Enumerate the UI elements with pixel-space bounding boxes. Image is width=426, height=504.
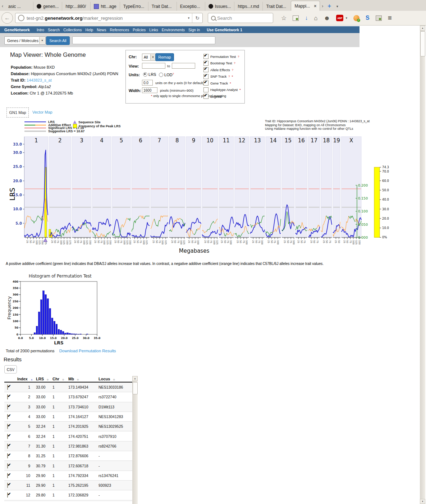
view-to-input[interactable] [172, 63, 195, 69]
column-header-mb[interactable]: Mb◆ [68, 377, 99, 381]
reload-icon[interactable]: ↻ [192, 15, 202, 21]
back-button[interactable]: ← [1, 12, 13, 24]
messenger-icon[interactable]: ☻ [324, 15, 330, 21]
page-scroll-down-icon[interactable]: ▼ [420, 499, 425, 504]
row-checkbox[interactable] [7, 424, 8, 429]
view-from-input[interactable] [142, 63, 165, 69]
main-search-input[interactable] [72, 36, 215, 44]
row-checkbox[interactable] [7, 473, 8, 478]
row-checkbox[interactable] [7, 483, 8, 488]
skype-icon[interactable]: S [366, 15, 370, 21]
download-icon[interactable]: ↓ [305, 15, 308, 21]
checkbox-checked-icon[interactable] [203, 94, 209, 99]
checkbox-checked-icon[interactable] [203, 74, 209, 79]
chr-select[interactable]: All ▼ [142, 54, 156, 61]
page-scroll-up-icon[interactable]: ▲ [420, 26, 425, 31]
checkbox-checked-icon[interactable] [203, 54, 209, 59]
sort-icon[interactable]: ◆ [77, 378, 79, 381]
lod-help[interactable]: ? [173, 72, 174, 75]
tab-scroll-left-button[interactable]: ‹ [0, 1, 5, 11]
category-caret-icon[interactable]: ▼ [39, 37, 45, 44]
row-checkbox[interactable] [7, 385, 8, 390]
checkbox-icon[interactable] [203, 87, 209, 92]
column-header-index[interactable]: Index▲ [17, 377, 36, 381]
active-tab[interactable]: Mappi...× [291, 1, 320, 11]
home-icon[interactable]: ⌂ [314, 15, 317, 21]
browser-tab[interactable]: Trait Dat... [148, 2, 177, 11]
browser-tab[interactable]: genen... [33, 2, 62, 11]
browser-tab[interactable]: http:...880/ [62, 2, 90, 11]
row-checkbox[interactable] [7, 444, 8, 449]
page-scrollbar[interactable]: ▲ ▼ [420, 26, 425, 504]
browser-tab[interactable]: Exceptio... [177, 2, 205, 11]
browser-tab[interactable]: TypeErro... [120, 2, 148, 11]
help-superscript[interactable]: ? [232, 68, 233, 72]
search-all-button[interactable]: Search All [46, 36, 70, 45]
browser-tab[interactable]: asic ... [5, 2, 33, 11]
url-bar[interactable]: test-gn2.genenetwork.org/marker_regressi… [15, 13, 203, 23]
tab-gn1-map[interactable]: GN1 Map [6, 107, 29, 118]
y-axis-input[interactable]: 0.0 [142, 80, 153, 86]
row-checkbox[interactable] [7, 394, 8, 399]
nav-item-sign-in[interactable]: Sign in [187, 28, 202, 32]
checkbox-checked-icon[interactable] [203, 61, 209, 66]
checkbox-checked-icon[interactable] [203, 81, 209, 86]
reading-list-icon[interactable] [293, 15, 299, 21]
nav-item-search[interactable]: Search [46, 28, 61, 32]
nav-item-references[interactable]: References [108, 28, 131, 32]
genenetwork-brand[interactable]: GeneNetwork [4, 28, 30, 32]
help-superscript[interactable]: ? [238, 55, 239, 58]
row-checkbox[interactable] [7, 414, 8, 419]
sort-icon[interactable]: ◆ [62, 378, 64, 381]
help-superscript[interactable]: ? [228, 75, 230, 78]
checkbox-checked-icon[interactable] [203, 67, 209, 72]
sort-icon[interactable]: ◆ [47, 378, 49, 381]
units-lod-radio[interactable]: LOD? [159, 72, 174, 77]
row-checkbox[interactable] [7, 404, 8, 409]
sort-icon[interactable]: ◆ [113, 378, 115, 381]
row-checkbox[interactable] [7, 492, 8, 498]
remap-button[interactable]: Remap [155, 53, 174, 61]
adblock-caret-icon[interactable]: ▾ [345, 16, 347, 20]
nav-item-policies[interactable]: Policies [131, 28, 147, 32]
track-option-allele-effects[interactable]: Allele Effects? [203, 67, 241, 73]
table-scroll-up-icon[interactable]: ▲ [132, 376, 138, 381]
use-genenetwork1-link[interactable]: Use GeneNetwork 1 [207, 28, 242, 32]
track-option-legend[interactable]: Legend [203, 93, 241, 100]
site-identity-icon[interactable] [18, 15, 24, 21]
csv-button[interactable]: CSV [4, 365, 17, 374]
nav-item-news[interactable]: News [95, 28, 108, 32]
download-permutation-link[interactable]: Download Permutation Results [59, 349, 116, 353]
table-scroll-thumb[interactable] [133, 382, 138, 394]
tab-scroll-right-button[interactable]: › [320, 1, 325, 11]
adblock-icon[interactable]: ABP [336, 15, 343, 21]
track-option-gene-track[interactable]: Gene Track* [203, 80, 241, 87]
track-option-snp-track[interactable]: SNP Track?* [203, 73, 241, 80]
page-scroll-thumb[interactable] [420, 31, 425, 56]
row-checkbox[interactable] [7, 434, 8, 439]
browser-tab[interactable]: Issues... [205, 2, 234, 11]
tab-vector-map[interactable]: Vector Map [32, 110, 52, 114]
browser-tab[interactable]: https...r.md [234, 2, 262, 11]
sort-icon[interactable]: ▲ [31, 378, 33, 381]
close-tab-icon[interactable]: × [314, 4, 316, 9]
url-dropdown-caret[interactable]: ▾ [185, 13, 193, 23]
browser-tab[interactable]: htt...age [90, 2, 119, 11]
table-scrollbar[interactable]: ▲ [132, 376, 138, 504]
browser-search-field[interactable]: Search [208, 13, 273, 23]
column-header-locus[interactable]: Locus◆ [99, 377, 132, 381]
nav-item-environments[interactable]: Environments [160, 28, 187, 32]
row-checkbox[interactable] [7, 463, 8, 468]
track-option-haplotype-analyst[interactable]: Haplotype Analyst* [203, 87, 241, 93]
extension-ball-icon[interactable] [353, 15, 359, 21]
nav-item-intro[interactable]: Intro [35, 28, 46, 32]
tab-list-button[interactable]: ▾ [334, 1, 341, 11]
column-header-chr[interactable]: Chr◆ [52, 377, 68, 381]
row-checkbox[interactable] [7, 453, 8, 458]
track-option-bootstrap-test[interactable]: Bootstrap Test? [203, 60, 241, 67]
track-option-permutation-test[interactable]: Permutation Test? [203, 53, 241, 60]
bookmark-star-icon[interactable]: ☆ [281, 15, 287, 21]
trait-field-value[interactable]: 1443823_s_at [26, 78, 52, 82]
column-header-lrs[interactable]: LRS◆ [36, 377, 52, 381]
width-input[interactable]: 1600 [142, 87, 157, 93]
